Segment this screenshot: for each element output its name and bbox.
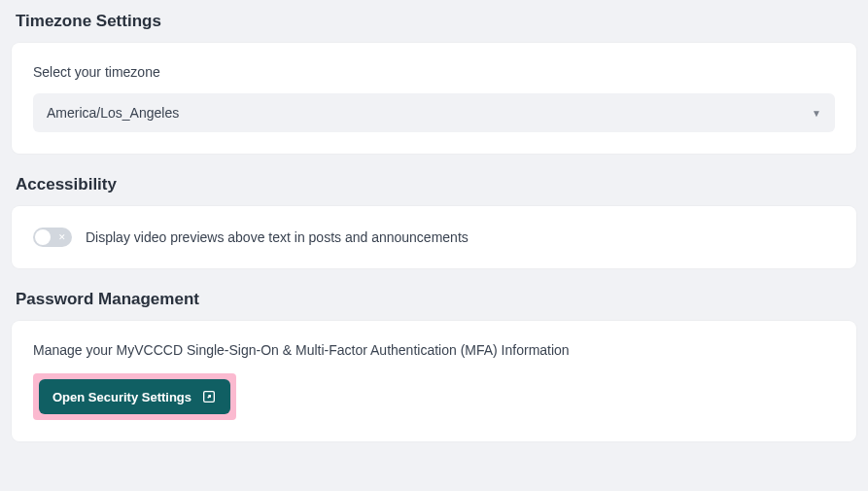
timezone-select[interactable]: America/Los_Angeles ▼ [33, 93, 835, 132]
toggle-off-icon: ✕ [58, 233, 66, 242]
caret-down-icon: ▼ [812, 108, 821, 119]
timezone-card: Select your timezone America/Los_Angeles… [12, 43, 856, 154]
open-security-settings-label: Open Security Settings [52, 390, 191, 404]
accessibility-heading: Accessibility [16, 175, 856, 194]
password-card: Manage your MyVCCCD Single-Sign-On & Mul… [12, 321, 856, 441]
external-link-icon [201, 389, 217, 404]
video-preview-toggle-row: ✕ Display video previews above text in p… [33, 228, 835, 247]
password-heading: Password Management [16, 290, 856, 309]
video-preview-toggle[interactable]: ✕ [33, 228, 72, 247]
timezone-select-value: America/Los_Angeles [47, 105, 179, 121]
timezone-heading: Timezone Settings [16, 12, 856, 31]
button-highlight: Open Security Settings [33, 373, 236, 420]
video-preview-toggle-label: Display video previews above text in pos… [86, 229, 469, 245]
password-description: Manage your MyVCCCD Single-Sign-On & Mul… [33, 342, 835, 358]
toggle-knob [35, 229, 51, 245]
timezone-field-label: Select your timezone [33, 64, 835, 80]
open-security-settings-button[interactable]: Open Security Settings [39, 379, 230, 414]
accessibility-card: ✕ Display video previews above text in p… [12, 206, 856, 268]
